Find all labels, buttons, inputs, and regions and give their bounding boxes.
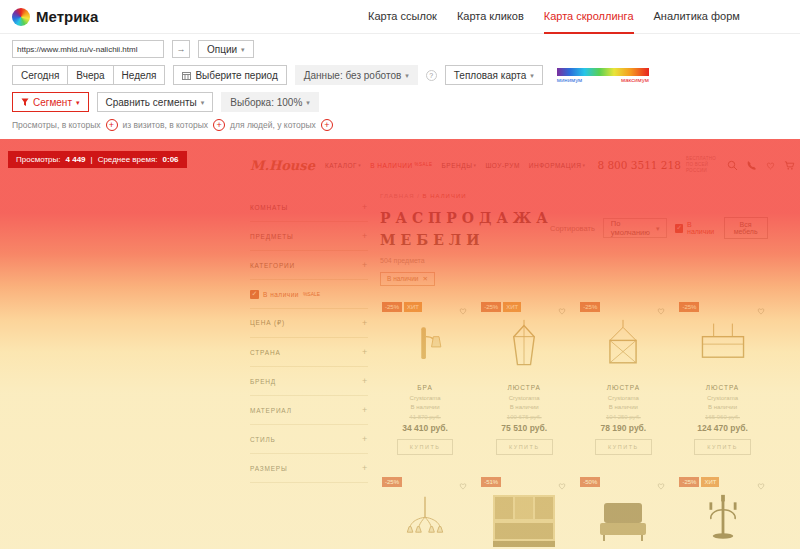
heatmap-viewport[interactable]: Просмотры: 4 449 | Среднее время: 0:06 M… — [0, 139, 800, 549]
product-card[interactable]: -25%ХИТ БРА Crystorama В наличии 41 870 … — [380, 300, 470, 455]
sidebar-item-price[interactable]: ЦЕНА (₽)+ — [250, 309, 368, 338]
tab-click-map[interactable]: Карта кликов — [457, 0, 524, 34]
heat-legend-gradient — [557, 68, 649, 76]
chevron-down-icon: ▾ — [306, 99, 310, 106]
site-nav: КАТАЛОГ▾ В НАЛИЧИИ%SALE БРЕНДЫ▾ ШОУ-РУМ … — [325, 162, 585, 169]
nav-in-stock[interactable]: В НАЛИЧИИ%SALE — [370, 162, 432, 169]
avg-time-value: 0:06 — [163, 155, 179, 164]
discount-badge: -25% — [382, 302, 402, 312]
product-card[interactable]: -50% URBAN PARK KING BED — [578, 475, 668, 549]
favorite-icon[interactable] — [458, 302, 468, 320]
site-main: ГЛАВНАЯ / В НАЛИЧИИ РАСПРОДАЖА МЕБЕЛИ 50… — [380, 193, 768, 549]
metrica-logo-icon — [12, 8, 30, 26]
product-card[interactable]: -25% ЛЮСТРА — [380, 475, 470, 549]
nav-catalog[interactable]: КАТАЛОГ▾ — [325, 162, 361, 169]
product-card[interactable]: -25%ХИТ ЛАМПА НАСТОЛЬНАЯ — [677, 475, 767, 549]
product-name[interactable]: ЛЮСТРА — [677, 384, 767, 391]
sort-select[interactable]: По умолчанию ▾ — [603, 218, 668, 238]
compare-segments-button[interactable]: Сравнить сегменты ▾ — [97, 92, 214, 112]
phone-note-line1: БЕСПЛАТНО — [686, 156, 716, 161]
legend-min-label: минимум — [557, 77, 582, 83]
product-old-price: 165 960 руб. — [677, 414, 767, 420]
sidebar-stock-filter[interactable]: ✓ В наличии %SALE — [250, 280, 368, 309]
period-week-button[interactable]: Неделя — [114, 65, 166, 85]
help-icon[interactable]: ? — [426, 70, 437, 81]
plus-icon: + — [362, 434, 368, 444]
sidebar-item-style[interactable]: СТИЛЬ+ — [250, 425, 368, 454]
product-grid: -25%ХИТ БРА Crystorama В наличии 41 870 … — [380, 300, 768, 549]
favorite-icon[interactable] — [557, 477, 567, 495]
product-brand: Crystorama — [380, 395, 470, 401]
active-filter-chip[interactable]: В наличии ✕ — [380, 272, 435, 286]
favorite-icon[interactable] — [656, 477, 666, 495]
product-name[interactable]: БРА — [380, 384, 470, 391]
favorite-icon[interactable] — [557, 302, 567, 320]
search-icon[interactable] — [726, 159, 738, 171]
favorite-icon[interactable] — [756, 477, 766, 495]
add-views-condition-button[interactable]: + — [106, 119, 118, 131]
plus-icon: + — [362, 231, 368, 241]
tab-scroll-map[interactable]: Карта скроллинга — [544, 0, 634, 34]
product-name[interactable]: ЛЮСТРА — [578, 384, 668, 391]
product-name[interactable]: ЛЮСТРА — [479, 384, 569, 391]
sidebar-item-material[interactable]: МАТЕРИАЛ+ — [250, 396, 368, 425]
site-logo[interactable]: M.House — [250, 158, 315, 173]
nav-showroom[interactable]: ШОУ-РУМ — [485, 162, 519, 169]
product-card[interactable]: -25% ЛЮСТРА Crystorama В наличии 165 960… — [677, 300, 767, 455]
breadcrumb-home[interactable]: ГЛАВНАЯ — [380, 193, 415, 199]
favorite-icon[interactable] — [458, 477, 468, 495]
period-picker-button[interactable]: Выберите период — [173, 65, 286, 85]
options-button[interactable]: Опции ▾ — [198, 40, 254, 58]
metrica-logo[interactable]: Метрика — [12, 8, 98, 26]
favorite-icon[interactable] — [656, 302, 666, 320]
add-visits-condition-button[interactable]: + — [213, 119, 225, 131]
buy-button[interactable]: КУПИТЬ — [694, 439, 751, 455]
favorite-icon[interactable] — [756, 302, 766, 320]
period-today-button[interactable]: Сегодня — [12, 65, 68, 85]
sidebar-item-rooms[interactable]: КОМНАТЫ+ — [250, 193, 368, 222]
sidebar-item-categories[interactable]: КАТЕГОРИИ+ — [250, 251, 368, 280]
plus-icon: + — [362, 318, 368, 328]
all-furniture-button[interactable]: Вся мебель — [724, 217, 768, 239]
close-icon[interactable]: ✕ — [422, 275, 427, 283]
url-input[interactable] — [12, 40, 164, 58]
sidebar-item-label: СТРАНА — [250, 349, 281, 356]
stats-divider: | — [91, 155, 93, 164]
stock-checkbox[interactable]: ✓ В наличии — [675, 221, 715, 235]
sidebar-item-label: СТИЛЬ — [250, 436, 276, 443]
add-people-condition-button[interactable]: + — [321, 119, 333, 131]
tab-link-map[interactable]: Карта ссылок — [368, 0, 437, 34]
phone-number[interactable]: 8 800 3511 218 — [597, 159, 681, 171]
nav-brands[interactable]: БРЕНДЫ▾ — [442, 162, 477, 169]
product-card[interactable]: -25% ЛЮСТРА Crystorama В наличии 104 250… — [578, 300, 668, 455]
cart-icon[interactable] — [783, 159, 795, 171]
sample-select[interactable]: Выборка: 100% ▾ — [221, 92, 319, 112]
sidebar-item-brand[interactable]: БРЕНД+ — [250, 367, 368, 396]
load-url-button[interactable]: → — [172, 40, 190, 58]
sidebar-item-sizes[interactable]: РАЗМЕРЫ+ — [250, 454, 368, 483]
tab-form-analytics[interactable]: Аналитика форм — [654, 0, 740, 34]
buy-button[interactable]: КУПИТЬ — [397, 439, 454, 455]
sidebar-item-label: БРЕНД — [250, 378, 276, 385]
checkbox-checked-icon[interactable]: ✓ — [675, 224, 683, 233]
data-filter-select[interactable]: Данные: без роботов ▾ — [295, 65, 418, 85]
checkbox-checked-icon[interactable]: ✓ — [250, 290, 259, 299]
segment-button[interactable]: Сегмент ▾ — [12, 92, 89, 112]
phone-icon[interactable] — [745, 159, 757, 171]
nav-brands-label: БРЕНДЫ — [442, 162, 473, 169]
sidebar-item-objects[interactable]: ПРЕДМЕТЫ+ — [250, 222, 368, 251]
filter-visits-label: из визитов, в которых — [123, 120, 209, 130]
nav-info[interactable]: ИНФОРМАЦИЯ▾ — [529, 162, 586, 169]
buy-button[interactable]: КУПИТЬ — [595, 439, 652, 455]
period-yesterday-button[interactable]: Вчера — [68, 65, 113, 85]
nav-showroom-label: ШОУ-РУМ — [485, 162, 519, 169]
sidebar-item-country[interactable]: СТРАНА+ — [250, 338, 368, 367]
buy-button[interactable]: КУПИТЬ — [496, 439, 553, 455]
product-card[interactable]: -51% АРТЕМИДА — [479, 475, 569, 549]
product-stock: В наличии — [578, 404, 668, 410]
heart-icon[interactable] — [764, 159, 776, 171]
product-card[interactable]: -25%ХИТ ЛЮСТРА Crystorama В наличии 100 … — [479, 300, 569, 455]
options-label: Опции — [207, 44, 237, 55]
map-type-select[interactable]: Тепловая карта ▾ — [445, 65, 543, 85]
period-button-group: Сегодня Вчера Неделя — [12, 65, 165, 85]
